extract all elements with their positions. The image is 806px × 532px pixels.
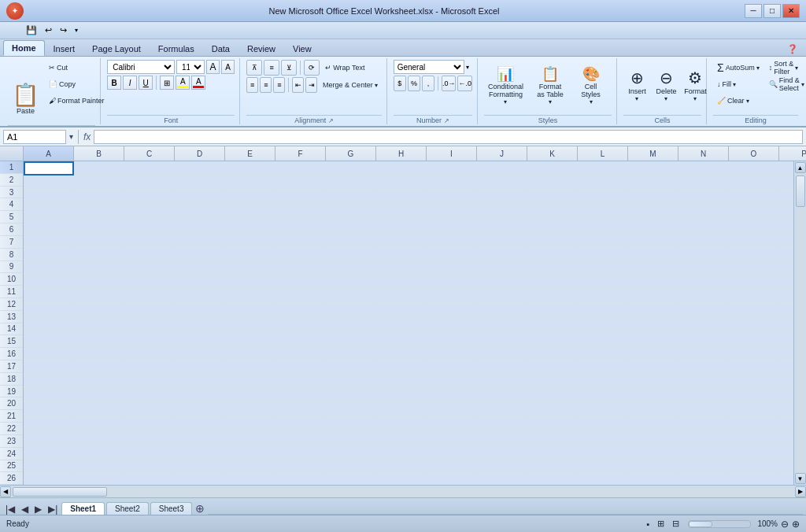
cell-E17[interactable] bbox=[225, 388, 275, 402]
cell-B7[interactable] bbox=[74, 246, 124, 260]
cell-F2[interactable] bbox=[275, 175, 326, 190]
row-num-23[interactable]: 23 bbox=[0, 435, 23, 448]
cell-O4[interactable] bbox=[729, 204, 779, 218]
cell-E12[interactable] bbox=[225, 317, 275, 331]
cell-D9[interactable] bbox=[175, 275, 225, 289]
cell-F8[interactable] bbox=[275, 260, 326, 275]
col-header-J[interactable]: J bbox=[477, 146, 527, 161]
cell-H7[interactable] bbox=[376, 246, 427, 260]
cell-I8[interactable] bbox=[427, 260, 477, 275]
cell-I9[interactable] bbox=[427, 275, 477, 289]
tab-formulas[interactable]: Formulas bbox=[150, 41, 203, 56]
cell-B12[interactable] bbox=[74, 317, 124, 331]
cell-D15[interactable] bbox=[175, 360, 225, 374]
restore-button[interactable]: □ bbox=[763, 4, 781, 18]
cell-E7[interactable] bbox=[225, 246, 275, 260]
cell-L23[interactable] bbox=[578, 473, 628, 485]
cell-D5[interactable] bbox=[175, 218, 225, 232]
cell-C17[interactable] bbox=[124, 388, 175, 402]
align-right-btn[interactable]: ≡ bbox=[273, 77, 285, 93]
cell-O22[interactable] bbox=[729, 459, 779, 473]
cell-P13[interactable] bbox=[779, 331, 793, 345]
cell-I5[interactable] bbox=[427, 218, 477, 232]
cell-M16[interactable] bbox=[628, 374, 678, 388]
cell-L10[interactable] bbox=[578, 289, 628, 303]
cell-C18[interactable] bbox=[124, 402, 175, 416]
cell-P21[interactable] bbox=[779, 445, 793, 459]
cell-L14[interactable] bbox=[578, 345, 628, 360]
cell-I19[interactable] bbox=[427, 416, 477, 430]
normal-view-btn[interactable]: ▪ bbox=[645, 519, 653, 530]
cell-D12[interactable] bbox=[175, 317, 225, 331]
cell-L8[interactable] bbox=[578, 260, 628, 275]
cell-A10[interactable] bbox=[24, 289, 74, 303]
cell-P3[interactable] bbox=[779, 190, 793, 204]
cell-A19[interactable] bbox=[24, 416, 74, 430]
cell-F10[interactable] bbox=[275, 289, 326, 303]
cell-A15[interactable] bbox=[24, 360, 74, 374]
cell-A20[interactable] bbox=[24, 430, 74, 445]
cell-G2[interactable] bbox=[326, 175, 376, 190]
name-box[interactable] bbox=[3, 130, 66, 144]
row-num-21[interactable]: 21 bbox=[0, 410, 23, 423]
cell-G18[interactable] bbox=[326, 402, 376, 416]
cell-I18[interactable] bbox=[427, 402, 477, 416]
row-num-14[interactable]: 14 bbox=[0, 323, 23, 336]
row-num-6[interactable]: 6 bbox=[0, 224, 23, 236]
cell-C13[interactable] bbox=[124, 331, 175, 345]
cell-E13[interactable] bbox=[225, 331, 275, 345]
cell-N3[interactable] bbox=[678, 190, 729, 204]
tab-review[interactable]: Review bbox=[238, 41, 284, 56]
cell-C22[interactable] bbox=[124, 459, 175, 473]
cell-B19[interactable] bbox=[74, 416, 124, 430]
cell-A3[interactable] bbox=[24, 190, 74, 204]
cell-B20[interactable] bbox=[74, 430, 124, 445]
sheet-tab-sheet2[interactable]: Sheet2 bbox=[106, 502, 149, 515]
cell-N9[interactable] bbox=[678, 275, 729, 289]
format-as-table-button[interactable]: 📋 Formatas Table ▾ bbox=[531, 60, 570, 110]
cell-F17[interactable] bbox=[275, 388, 326, 402]
cell-I15[interactable] bbox=[427, 360, 477, 374]
copy-button[interactable]: 📄 Copy bbox=[45, 76, 109, 92]
cell-C2[interactable] bbox=[124, 175, 175, 190]
cut-button[interactable]: ✂ Cut bbox=[45, 60, 109, 76]
cell-N8[interactable] bbox=[678, 260, 729, 275]
cell-H3[interactable] bbox=[376, 190, 427, 204]
cell-A4[interactable] bbox=[24, 204, 74, 218]
font-color-button[interactable]: A bbox=[191, 76, 205, 90]
decrease-font-btn[interactable]: A bbox=[221, 60, 235, 74]
cell-E8[interactable] bbox=[225, 260, 275, 275]
cell-C4[interactable] bbox=[124, 204, 175, 218]
cell-B23[interactable] bbox=[74, 473, 124, 485]
cell-D23[interactable] bbox=[175, 473, 225, 485]
cell-H11[interactable] bbox=[376, 303, 427, 317]
cell-D18[interactable] bbox=[175, 402, 225, 416]
wrap-text-button[interactable]: ↵ Wrap Text bbox=[321, 60, 381, 76]
cell-F16[interactable] bbox=[275, 374, 326, 388]
cell-F7[interactable] bbox=[275, 246, 326, 260]
cell-I14[interactable] bbox=[427, 345, 477, 360]
cell-O6[interactable] bbox=[729, 232, 779, 246]
alignment-expand-icon[interactable]: ↗ bbox=[328, 117, 334, 124]
font-name-select[interactable]: Calibri bbox=[107, 60, 175, 74]
cell-A2[interactable] bbox=[24, 175, 74, 190]
cell-O17[interactable] bbox=[729, 388, 779, 402]
row-num-9[interactable]: 9 bbox=[0, 261, 23, 274]
page-layout-view-btn[interactable]: ⊞ bbox=[655, 518, 667, 530]
cell-G11[interactable] bbox=[326, 303, 376, 317]
clear-button[interactable]: 🧹 Clear ▾ bbox=[713, 93, 763, 109]
row-num-7[interactable]: 7 bbox=[0, 236, 23, 249]
align-top-btn[interactable]: ⊼ bbox=[246, 60, 262, 76]
cell-O13[interactable] bbox=[729, 331, 779, 345]
cell-H21[interactable] bbox=[376, 445, 427, 459]
cell-F21[interactable] bbox=[275, 445, 326, 459]
cell-P11[interactable] bbox=[779, 303, 793, 317]
cell-L5[interactable] bbox=[578, 218, 628, 232]
cell-O8[interactable] bbox=[729, 260, 779, 275]
cell-M22[interactable] bbox=[628, 459, 678, 473]
number-expand-icon[interactable]: ↗ bbox=[444, 117, 449, 124]
redo-quick-btn[interactable]: ↪ bbox=[57, 24, 69, 36]
cell-G10[interactable] bbox=[326, 289, 376, 303]
cell-F15[interactable] bbox=[275, 360, 326, 374]
cell-O2[interactable] bbox=[729, 175, 779, 190]
